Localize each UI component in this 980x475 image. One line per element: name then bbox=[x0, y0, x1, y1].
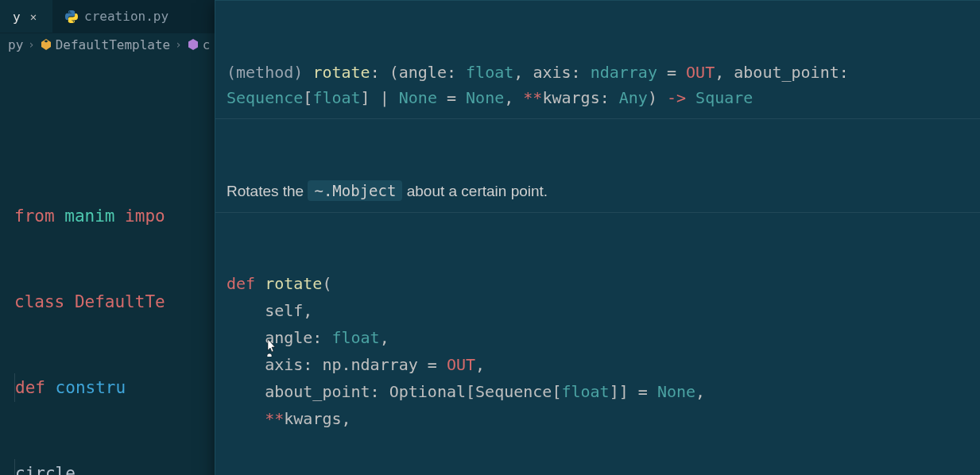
breadcrumb-item[interactable]: DefaultTemplate bbox=[40, 37, 171, 52]
breadcrumb-item[interactable]: py bbox=[8, 37, 23, 52]
sig-kind: (method) bbox=[227, 63, 312, 82]
breadcrumb-label: c bbox=[203, 37, 211, 52]
tab-active[interactable]: y ✕ bbox=[0, 0, 52, 33]
close-icon[interactable]: ✕ bbox=[27, 9, 40, 25]
breadcrumb-label: DefaultTemplate bbox=[56, 37, 171, 52]
sig-name: rotate bbox=[312, 63, 370, 82]
tooltip-doc: Rotates the ~.Mobject about a certain po… bbox=[215, 170, 980, 213]
method-icon bbox=[187, 38, 199, 51]
breadcrumb-item[interactable]: c bbox=[187, 37, 211, 52]
tooltip-code: def rotate( self, angle: float, axis: np… bbox=[215, 264, 980, 438]
editor[interactable]: (method) rotate: (angle: float, axis: nd… bbox=[0, 56, 980, 475]
breadcrumb-label: py bbox=[8, 37, 23, 52]
tooltip-signature: (method) rotate: (angle: float, axis: nd… bbox=[215, 52, 980, 119]
tab-label: y bbox=[13, 10, 21, 25]
class-icon bbox=[40, 38, 52, 51]
tab-label: creation.py bbox=[84, 9, 168, 24]
chevron-right-icon: › bbox=[175, 38, 181, 51]
hover-tooltip: (method) rotate: (angle: float, axis: nd… bbox=[215, 0, 980, 475]
python-icon bbox=[65, 10, 78, 23]
chevron-right-icon: › bbox=[28, 38, 34, 51]
doc-code: ~.Mobject bbox=[308, 180, 402, 201]
tab-creation[interactable]: creation.py bbox=[52, 0, 181, 33]
